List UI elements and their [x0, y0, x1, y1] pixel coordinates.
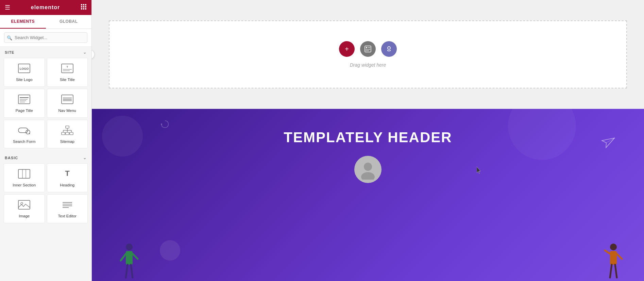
svg-point-60: [126, 244, 133, 250]
section-basic-label: BASIC: [5, 156, 18, 160]
svg-text:LOGO: LOGO: [20, 67, 29, 70]
sidebar-header: ☰ elementor: [0, 0, 91, 15]
grid-icon[interactable]: [81, 4, 87, 12]
ai-template-button[interactable]: [381, 41, 397, 57]
widget-nav-menu[interactable]: Nav Menu: [47, 89, 88, 118]
elementor-logo: elementor: [31, 4, 60, 11]
canvas-top-area: ❮ +: [92, 0, 644, 109]
widget-text-editor[interactable]: Text Editor: [47, 194, 88, 223]
section-basic-widgets: Inner Section T Heading: [0, 162, 91, 227]
svg-rect-40: [18, 200, 30, 209]
widget-heading[interactable]: T Heading: [47, 163, 88, 192]
svg-line-62: [121, 254, 126, 261]
svg-rect-29: [66, 132, 69, 135]
svg-line-26: [29, 133, 30, 134]
figure-left: [119, 240, 139, 281]
svg-rect-6: [81, 8, 82, 10]
svg-point-58: [364, 163, 372, 171]
section-site-header[interactable]: SITE ⌄: [0, 47, 91, 57]
svg-text:T: T: [65, 169, 70, 178]
svg-rect-7: [83, 8, 84, 10]
main-canvas: ❮ +: [92, 0, 644, 281]
tab-elements[interactable]: ELEMENTS: [0, 15, 46, 29]
text-editor-icon: [61, 200, 73, 211]
widget-heading-label: Heading: [60, 183, 74, 188]
widget-search-form-label: Search Form: [13, 139, 35, 144]
widget-page-title-label: Page Title: [16, 109, 33, 113]
site-title-icon: T: [61, 64, 73, 75]
svg-line-71: [615, 265, 617, 278]
hamburger-icon[interactable]: ☰: [5, 4, 10, 11]
sidebar-search-area: 🔍: [0, 29, 91, 47]
inner-section-icon: [18, 169, 30, 180]
widget-nav-menu-label: Nav Menu: [58, 109, 76, 113]
widget-search-form[interactable]: Search Form: [4, 120, 45, 149]
section-site-widgets: LOGO Site Logo T Site Title: [0, 57, 91, 152]
widget-sitemap-label: Sitemap: [60, 139, 74, 144]
image-icon: [18, 200, 30, 211]
section-site-chevron: ⌄: [83, 50, 87, 55]
search-form-icon: [18, 126, 30, 137]
paper-plane-decoration: [601, 133, 619, 151]
svg-point-59: [361, 172, 375, 180]
svg-point-54: [390, 50, 391, 51]
drop-zone: +: [109, 20, 627, 88]
add-element-button[interactable]: +: [339, 41, 355, 57]
svg-line-70: [610, 265, 612, 278]
sidebar: ☰ elementor ELEMENTS GLOBAL 🔍: [0, 0, 92, 281]
site-logo-icon: LOGO: [18, 64, 30, 75]
drop-zone-actions: +: [339, 41, 397, 57]
section-basic-header[interactable]: BASIC ⌄: [0, 152, 91, 162]
widget-sitemap[interactable]: Sitemap: [47, 120, 88, 149]
search-icon: 🔍: [7, 35, 12, 40]
widget-image-label: Image: [19, 214, 30, 219]
svg-rect-67: [610, 251, 617, 265]
svg-rect-5: [85, 6, 86, 7]
widget-site-logo-label: Site Logo: [16, 78, 33, 82]
sidebar-collapse-button[interactable]: ❮: [92, 50, 95, 59]
sitemap-icon: [61, 126, 73, 137]
widget-inner-section[interactable]: Inner Section: [4, 163, 45, 192]
widget-site-title[interactable]: T Site Title: [47, 58, 88, 87]
svg-rect-30: [70, 132, 73, 135]
search-input[interactable]: [4, 32, 87, 43]
nav-menu-icon: [61, 95, 73, 106]
template-library-button[interactable]: [360, 41, 376, 57]
widget-inner-section-label: Inner Section: [13, 183, 36, 188]
section-basic-chevron: ⌄: [83, 155, 87, 160]
svg-rect-61: [126, 251, 133, 265]
svg-line-68: [605, 250, 610, 254]
svg-rect-4: [83, 6, 84, 7]
svg-rect-8: [85, 8, 86, 10]
sidebar-tabs: ELEMENTS GLOBAL: [0, 15, 91, 29]
svg-point-52: [388, 47, 390, 49]
svg-rect-36: [18, 169, 30, 178]
cursor-indicator: [477, 167, 481, 171]
svg-rect-1: [83, 4, 84, 5]
svg-rect-0: [81, 4, 82, 5]
widget-image[interactable]: Image: [4, 194, 45, 223]
tab-global[interactable]: GLOBAL: [46, 15, 92, 29]
svg-line-69: [617, 254, 622, 259]
svg-rect-28: [62, 132, 65, 135]
section-site-label: SITE: [5, 50, 14, 54]
svg-rect-27: [66, 126, 69, 128]
svg-point-53: [388, 50, 389, 51]
widget-list: SITE ⌄ LOGO Site Logo T: [0, 47, 91, 281]
figure-right: [603, 240, 624, 281]
widget-site-logo[interactable]: LOGO Site Logo: [4, 58, 45, 87]
heading-icon: T: [61, 169, 73, 180]
svg-point-57: [161, 123, 162, 125]
widget-page-title[interactable]: Page Title: [4, 89, 45, 118]
svg-rect-3: [81, 6, 82, 7]
svg-line-64: [126, 265, 128, 278]
widget-text-editor-label: Text Editor: [58, 214, 77, 219]
swirl-decoration: [160, 119, 170, 131]
banner-title: TEMPLATELY HEADER: [284, 129, 452, 146]
page-title-icon: [18, 95, 30, 106]
svg-point-47: [366, 47, 367, 48]
svg-point-66: [610, 244, 617, 250]
svg-rect-2: [85, 4, 86, 5]
svg-rect-46: [365, 46, 371, 52]
canvas-banner: TEMPLATELY HEADER: [92, 109, 644, 281]
